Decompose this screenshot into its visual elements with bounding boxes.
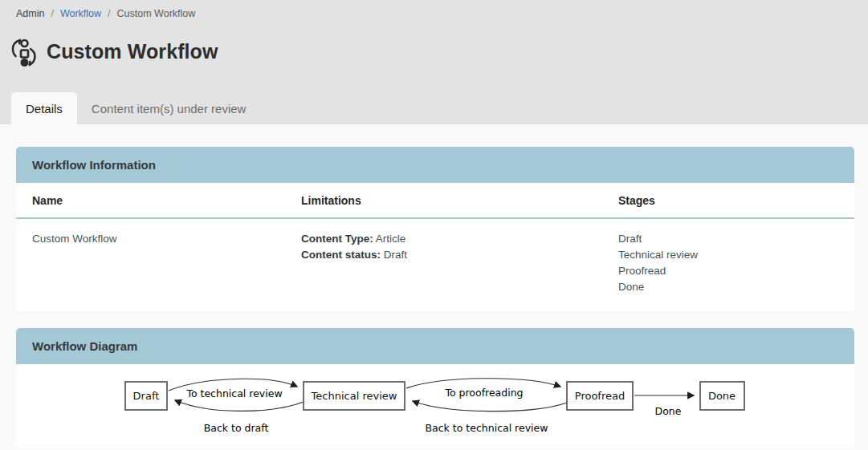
- node-label-technical-review: Technical review: [311, 390, 397, 402]
- transition-label-done: Done: [655, 405, 682, 417]
- workflow-diagram: To technical review Back to draft To pro…: [16, 364, 854, 448]
- main-content: Workflow Information Name Limitations St…: [0, 124, 868, 448]
- page: Admin / Workflow / Custom Workflow Custo…: [0, 0, 868, 450]
- tab-content-items-under-review[interactable]: Content item(s) under review: [77, 92, 261, 124]
- limitation-label: Content Type:: [301, 233, 373, 245]
- node-label-done: Done: [708, 390, 736, 402]
- breadcrumb-separator: /: [108, 8, 110, 19]
- transition-label-back-to-technical-review: Back to technical review: [426, 422, 548, 434]
- workflow-information-card: Workflow Information Name Limitations St…: [16, 147, 854, 311]
- diagram-node-proofread: Proofread: [567, 382, 633, 410]
- limitation-content-status: Content status: Draft: [301, 247, 618, 263]
- title-row: Custom Workflow: [10, 35, 852, 67]
- workflow-icon: [10, 38, 38, 67]
- column-header-stages: Stages: [618, 194, 838, 207]
- workflow-diagram-card: Workflow Diagram: [16, 328, 854, 448]
- workflow-name-cell: Custom Workflow: [32, 231, 301, 295]
- breadcrumb-item-current: Custom Workflow: [117, 8, 196, 19]
- breadcrumb-item-admin: Admin: [16, 8, 44, 19]
- transition-label-back-to-draft: Back to draft: [204, 422, 269, 434]
- edge-technical-review-to-draft: [175, 400, 304, 411]
- edge-proofread-to-technical-review: [413, 401, 567, 411]
- limitations-cell: Content Type: Article Content status: Dr…: [301, 231, 618, 295]
- limitation-value: Article: [376, 233, 406, 245]
- node-label-draft: Draft: [133, 390, 160, 402]
- diagram-node-technical-review: Technical review: [304, 382, 405, 410]
- transition-label-to-proofreading: To proofreading: [444, 387, 523, 399]
- stage-item: Done: [618, 279, 838, 295]
- limitation-value: Draft: [384, 249, 407, 261]
- diagram-node-draft: Draft: [125, 382, 167, 410]
- breadcrumb-separator: /: [51, 8, 53, 19]
- node-label-proofread: Proofread: [575, 390, 625, 402]
- stage-item: Draft: [618, 231, 838, 247]
- page-header: Admin / Workflow / Custom Workflow Custo…: [0, 0, 868, 124]
- stage-item: Proofread: [618, 263, 838, 279]
- diagram-node-done: Done: [700, 382, 744, 410]
- limitation-content-type: Content Type: Article: [301, 231, 618, 247]
- tab-bar: Details Content item(s) under review: [11, 92, 260, 124]
- transition-label-to-technical-review: To technical review: [185, 387, 282, 399]
- info-table-header-row: Name Limitations Stages: [16, 183, 854, 219]
- breadcrumb-link-workflow[interactable]: Workflow: [60, 8, 101, 19]
- workflow-diagram-header: Workflow Diagram: [16, 328, 854, 364]
- workflow-information-header: Workflow Information: [16, 147, 854, 183]
- column-header-name: Name: [32, 194, 301, 207]
- tab-details[interactable]: Details: [11, 92, 77, 124]
- info-table-row: Custom Workflow Content Type: Article Co…: [16, 219, 854, 311]
- stage-item: Technical review: [618, 247, 838, 263]
- limitation-label: Content status:: [301, 249, 381, 261]
- column-header-limitations: Limitations: [301, 194, 618, 207]
- stages-cell: Draft Technical review Proofread Done: [618, 231, 838, 295]
- page-title: Custom Workflow: [47, 40, 218, 63]
- breadcrumb: Admin / Workflow / Custom Workflow: [16, 8, 852, 19]
